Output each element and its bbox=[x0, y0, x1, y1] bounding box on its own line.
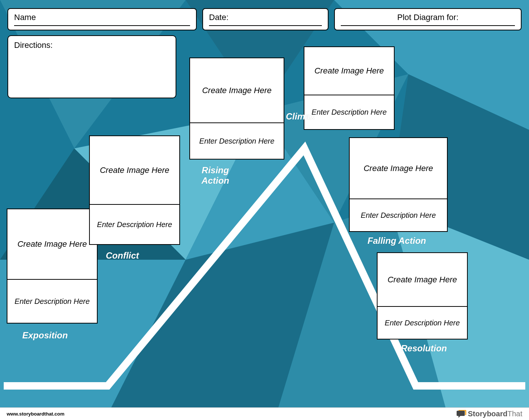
date-field-box[interactable]: Date: bbox=[202, 8, 329, 30]
title-field-box[interactable]: Plot Diagram for: bbox=[334, 8, 522, 30]
climax-label: Climax bbox=[286, 111, 315, 122]
resolution-label: Resolution bbox=[401, 343, 447, 354]
falling-action-image-area[interactable]: Create Image Here bbox=[350, 138, 447, 199]
rising-action-label: Rising Action bbox=[199, 165, 232, 186]
resolution-card[interactable]: Create Image Here Enter Description Here bbox=[377, 252, 468, 339]
title-label: Plot Diagram for: bbox=[397, 13, 458, 22]
speech-bubble-icon bbox=[457, 410, 466, 418]
rising-action-desc-area[interactable]: Enter Description Here bbox=[190, 123, 284, 159]
footer-url: www.storyboardthat.com bbox=[7, 411, 65, 417]
falling-action-label: Falling Action bbox=[368, 236, 426, 246]
name-underline bbox=[14, 25, 190, 26]
exposition-desc-area[interactable]: Enter Description Here bbox=[7, 280, 97, 323]
title-underline bbox=[341, 25, 515, 26]
resolution-image-area[interactable]: Create Image Here bbox=[378, 253, 467, 307]
rising-action-image-area[interactable]: Create Image Here bbox=[190, 58, 284, 123]
date-underline bbox=[209, 25, 322, 26]
exposition-card[interactable]: Create Image Here Enter Description Here bbox=[7, 209, 98, 324]
date-label: Date: bbox=[209, 13, 322, 22]
exposition-image-area[interactable]: Create Image Here bbox=[7, 209, 97, 280]
worksheet-canvas: Name Date: Plot Diagram for: Directions:… bbox=[0, 0, 529, 407]
falling-action-desc-area[interactable]: Enter Description Here bbox=[350, 199, 447, 231]
footer-bar: www.storyboardthat.com StoryboardThat bbox=[0, 407, 529, 420]
conflict-card[interactable]: Create Image Here Enter Description Here bbox=[89, 135, 180, 245]
conflict-image-area[interactable]: Create Image Here bbox=[90, 136, 179, 205]
climax-image-area[interactable]: Create Image Here bbox=[304, 47, 394, 95]
climax-desc-area[interactable]: Enter Description Here bbox=[304, 95, 394, 129]
conflict-desc-area[interactable]: Enter Description Here bbox=[90, 205, 179, 244]
name-label: Name bbox=[14, 13, 190, 22]
name-field-box[interactable]: Name bbox=[7, 8, 197, 30]
logo-text-light: That bbox=[507, 410, 522, 418]
directions-box[interactable]: Directions: bbox=[7, 35, 176, 98]
climax-card[interactable]: Create Image Here Enter Description Here bbox=[304, 46, 395, 130]
directions-label: Directions: bbox=[14, 40, 53, 50]
falling-action-card[interactable]: Create Image Here Enter Description Here bbox=[349, 137, 448, 232]
exposition-label: Exposition bbox=[22, 330, 68, 341]
storyboardthat-logo: StoryboardThat bbox=[457, 410, 522, 418]
logo-text-bold: Storyboard bbox=[468, 410, 507, 418]
rising-action-card[interactable]: Create Image Here Enter Description Here bbox=[189, 58, 284, 160]
conflict-label: Conflict bbox=[106, 250, 139, 261]
resolution-desc-area[interactable]: Enter Description Here bbox=[378, 307, 467, 339]
